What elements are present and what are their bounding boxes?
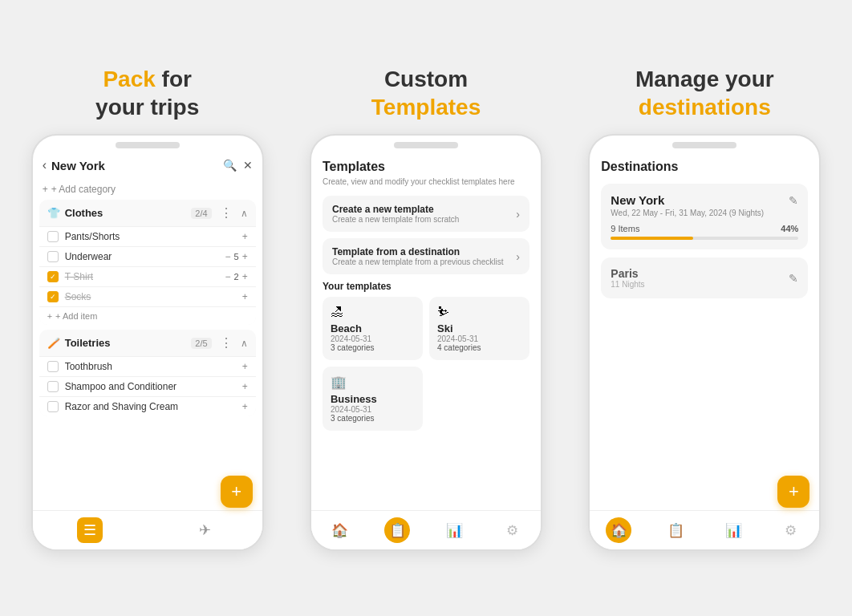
create-template-title: Create a new template (332, 204, 509, 215)
fab-dest-button[interactable]: + (777, 476, 809, 508)
beach-name: Beach (331, 322, 415, 334)
headline-trips: your trips (95, 95, 199, 120)
pants-add-icon[interactable]: + (242, 231, 248, 242)
business-template-card[interactable]: 🏢 Business 2024-05-31 3 categories (323, 367, 423, 431)
app-container: Pack for your trips ‹ New York 🔍 ✕ + + A… (0, 49, 852, 567)
destinations-title: Destinations (601, 160, 808, 174)
clothes-icon: 👕 (47, 207, 60, 219)
tshirt-qty: − 2 + (225, 271, 248, 282)
nav-dest-home-icon[interactable]: 🏠 (606, 517, 631, 543)
template-from-dest-text: Template from a destination Create a new… (332, 246, 509, 266)
pants-label: Pants/Shorts (65, 231, 236, 242)
table-row: T-Shirt − 2 + (39, 266, 256, 286)
beach-template-card[interactable]: 🏖 Beach 2024-05-31 3 categories (323, 297, 423, 360)
fab-dest-label: + (789, 481, 799, 502)
close-icon[interactable]: ✕ (243, 159, 253, 172)
back-icon[interactable]: ‹ (43, 158, 47, 172)
toothbrush-add-icon[interactable]: + (242, 361, 248, 372)
template-from-dest-sub: Create a new template from a previous ch… (332, 257, 509, 266)
bottom-nav-templates: 🏠 📋 📊 ⚙ (311, 510, 541, 549)
fab-label: + (231, 481, 241, 502)
add-item-btn[interactable]: + + Add item (39, 306, 256, 325)
create-template-btn[interactable]: Create a new template Create a new templ… (323, 196, 529, 232)
toiletries-chevron-icon[interactable]: ∧ (241, 338, 248, 349)
toothbrush-label: Toothbrush (65, 361, 236, 372)
ski-date: 2024-05-31 (437, 334, 521, 343)
headline-destinations: Manage your destinations (635, 65, 774, 121)
ski-name: Ski (437, 322, 521, 334)
fab-button[interactable]: + (221, 476, 253, 508)
templates-subtitle: Create, view and modify your checklist t… (323, 177, 529, 186)
razor-add-icon[interactable]: + (242, 401, 248, 412)
paris-edit-icon[interactable]: ✎ (789, 272, 798, 285)
business-cats: 3 categories (331, 414, 415, 423)
destinations-screen: Destinations New York ✎ Wed, 22 May - Fr… (590, 152, 819, 510)
tshirt-qty-minus-icon[interactable]: − (225, 271, 231, 282)
shampoo-checkbox[interactable] (47, 381, 59, 392)
tshirt-qty-plus-icon[interactable]: + (242, 271, 248, 282)
nav-stats-icon[interactable]: 📊 (442, 517, 468, 543)
paris-info: Paris 11 Nights (611, 267, 644, 289)
toiletries-count: 2/5 (191, 338, 211, 349)
add-item-label: + Add item (55, 311, 97, 321)
clothes-more-icon[interactable]: ⋮ (220, 205, 233, 221)
add-category-btn[interactable]: + + Add category (33, 179, 262, 200)
nav-settings-icon[interactable]: ⚙ (499, 517, 525, 543)
templates-title: Templates (323, 160, 529, 174)
template-from-dest-btn[interactable]: Template from a destination Create a new… (323, 238, 529, 274)
dest-chevron-icon: › (516, 250, 520, 263)
underwear-checkbox[interactable] (47, 251, 59, 262)
ski-icon: ⛷ (437, 305, 521, 319)
beach-cats: 3 categories (331, 343, 415, 352)
nav-dest-stats-icon[interactable]: 📊 (720, 517, 746, 543)
paris-card-name: Paris (611, 267, 644, 280)
paris-nights: 11 Nights (611, 280, 644, 289)
phone-templates: Templates Create, view and modify your c… (310, 134, 542, 551)
clothes-count: 2/4 (191, 208, 211, 219)
tshirt-checkbox[interactable] (47, 271, 59, 282)
template-grid: 🏖 Beach 2024-05-31 3 categories ⛷ Ski 20… (323, 297, 529, 431)
shampoo-add-icon[interactable]: + (242, 381, 248, 392)
create-template-text: Create a new template Create a new templ… (332, 204, 509, 224)
nav-dest-settings-icon[interactable]: ⚙ (778, 517, 804, 543)
tshirt-label: T-Shirt (65, 271, 219, 282)
nav-home-icon[interactable]: 🏠 (327, 517, 353, 543)
table-row: Razor and Shaving Cream + (39, 396, 256, 416)
phone-pack: ‹ New York 🔍 ✕ + + Add category 👕 Clothe… (31, 134, 264, 551)
ski-template-card[interactable]: ⛷ Ski 2024-05-31 4 categories (429, 297, 529, 360)
socks-checkbox[interactable] (47, 291, 59, 302)
toiletries-more-icon[interactable]: ⋮ (220, 335, 233, 351)
headline-for: for (162, 67, 192, 91)
bottom-nav-destinations: 🏠 📋 📊 ⚙ (590, 510, 819, 549)
phone-notch-3 (672, 142, 736, 148)
newyork-dest-card: New York ✎ Wed, 22 May - Fri, 31 May, 20… (601, 184, 808, 249)
phone-destinations: Destinations New York ✎ Wed, 22 May - Fr… (588, 134, 821, 551)
paris-card-header: Paris 11 Nights ✎ (611, 267, 798, 289)
newyork-edit-icon[interactable]: ✎ (789, 194, 798, 207)
newyork-progress-row: 9 Items 44% (611, 224, 798, 233)
nav-flight-icon[interactable]: ✈ (192, 517, 217, 543)
table-row: Socks + (39, 286, 256, 306)
headline-dest-label: destinations (639, 95, 771, 120)
toothbrush-checkbox[interactable] (47, 361, 59, 372)
column-templates: Custom Templates Templates Create, view … (286, 65, 565, 551)
razor-checkbox[interactable] (47, 401, 59, 412)
screen-title: New York (51, 159, 218, 172)
beach-date: 2024-05-31 (331, 334, 415, 343)
qty-minus-icon[interactable]: − (225, 251, 231, 262)
underwear-qty: − 5 + (225, 251, 248, 262)
clothes-chevron-icon[interactable]: ∧ (241, 208, 248, 219)
ski-cats: 4 categories (437, 343, 521, 352)
nav-list-icon[interactable]: ☰ (77, 517, 103, 543)
table-row: Toothbrush + (39, 356, 256, 376)
pants-checkbox[interactable] (47, 231, 59, 242)
nav-dest-copy-icon[interactable]: 📋 (663, 517, 689, 543)
newyork-card-header: New York ✎ (611, 193, 798, 207)
table-row: Shampoo and Conditioner + (39, 376, 256, 396)
qty-plus-icon[interactable]: + (242, 251, 248, 262)
newyork-items-label: 9 Items (611, 224, 776, 233)
socks-add-icon[interactable]: + (242, 291, 248, 302)
nav-templates-icon[interactable]: 📋 (384, 517, 410, 543)
search-icon[interactable]: 🔍 (223, 159, 237, 172)
column-pack: Pack for your trips ‹ New York 🔍 ✕ + + A… (8, 65, 286, 551)
